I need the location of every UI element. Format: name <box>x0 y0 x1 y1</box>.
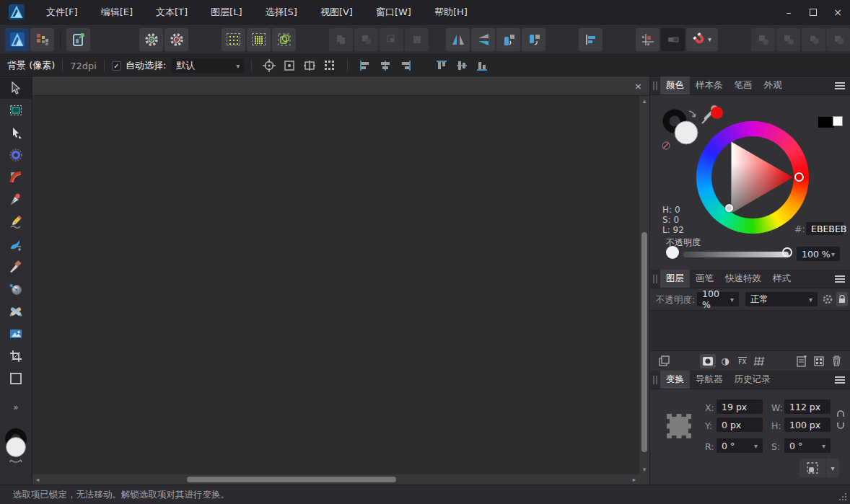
snap-grid-button-1[interactable] <box>222 28 245 51</box>
x-input[interactable]: 19 px <box>717 399 763 414</box>
scroll-left-arrow[interactable]: ◂ <box>32 474 43 485</box>
menu-select[interactable]: 选择[S] <box>253 0 308 25</box>
transparency-tool[interactable] <box>0 300 32 322</box>
tab-brushes[interactable]: 画笔 <box>690 270 719 288</box>
new-pixel-layer-button[interactable] <box>811 354 827 368</box>
document-close-button[interactable]: × <box>634 81 642 92</box>
auto-select-checkbox[interactable]: ✓ <box>112 61 121 71</box>
link-dimensions-icon[interactable] <box>836 410 845 430</box>
w-input[interactable]: 112 px <box>784 399 831 414</box>
pixel-alignment-gear-button[interactable] <box>139 28 163 51</box>
scroll-up-arrow[interactable]: ▴ <box>639 96 649 106</box>
scroll-down-arrow[interactable]: ▾ <box>639 464 649 474</box>
close-button[interactable]: × <box>825 0 850 25</box>
rotate-ccw-button[interactable] <box>496 28 520 51</box>
snapping-magnet-button[interactable]: ▾ <box>686 28 718 51</box>
selection-bounds-dropdown[interactable]: ▾ <box>826 459 839 477</box>
align-top-button[interactable] <box>432 58 451 74</box>
layers-list[interactable] <box>650 310 850 351</box>
lock-layer-button[interactable] <box>836 292 848 306</box>
delete-layer-button[interactable] <box>828 354 844 368</box>
vertical-scrollbar[interactable]: ▴ ▾ <box>639 96 649 474</box>
point-transform-tool[interactable] <box>0 143 32 166</box>
pixel-grid-button[interactable] <box>320 58 339 74</box>
align-bottom-button[interactable] <box>473 58 491 74</box>
document-canvas[interactable] <box>32 96 639 474</box>
auto-select-dropdown[interactable]: 默认 ▾ <box>172 58 244 73</box>
grid-manager-button[interactable] <box>636 28 660 51</box>
panel-menu-icon[interactable] <box>835 376 845 384</box>
opacity-end-knob[interactable] <box>782 247 792 257</box>
pencil-tool[interactable] <box>0 211 32 233</box>
tab-styles[interactable]: 样式 <box>767 270 797 288</box>
transform-separately-button[interactable] <box>300 58 319 74</box>
rotate-cw-button[interactable] <box>522 28 546 51</box>
menu-window[interactable]: 窗口[W] <box>364 0 423 25</box>
h-input[interactable]: 100 px <box>784 417 831 432</box>
align-right-button[interactable] <box>396 58 415 74</box>
alignment-button[interactable] <box>579 28 603 51</box>
blend-mode-dropdown[interactable]: 正常 ▾ <box>745 292 818 306</box>
scroll-right-arrow[interactable]: ▸ <box>629 474 639 485</box>
shear-dropdown[interactable]: 0 ° ▾ <box>784 438 831 453</box>
panel-menu-icon[interactable] <box>835 82 845 89</box>
selection-box-button[interactable] <box>280 58 299 74</box>
picked-color-swatch[interactable] <box>711 107 723 119</box>
node-tool[interactable] <box>0 121 32 143</box>
fill-stroke-color-well[interactable] <box>1 428 30 468</box>
move-tool[interactable] <box>0 76 32 99</box>
tools-overflow-button[interactable]: » <box>13 402 18 412</box>
move-whole-pixels-gear-button[interactable] <box>165 28 188 51</box>
opacity-value-field[interactable]: 100 % ▾ <box>797 247 840 261</box>
y-input[interactable]: 0 px <box>717 417 763 432</box>
snap-grid-button-2[interactable] <box>247 28 271 51</box>
panel-menu-icon[interactable] <box>835 275 845 283</box>
hue-selector[interactable] <box>794 172 804 182</box>
panel-drag-grip[interactable] <box>650 76 660 94</box>
tab-stroke[interactable]: 笔画 <box>729 76 758 94</box>
tab-quick-fx[interactable]: 快速特效 <box>719 270 767 288</box>
tab-color[interactable]: 颜色 <box>660 76 690 94</box>
tab-swatches[interactable]: 样本条 <box>690 76 729 94</box>
horizontal-scroll-thumb[interactable] <box>187 477 397 482</box>
tab-history[interactable]: 历史记录 <box>729 371 776 389</box>
panel-drag-grip[interactable] <box>650 371 660 389</box>
brush-tool[interactable] <box>0 233 32 255</box>
frame-tool[interactable] <box>0 99 32 121</box>
tab-layers[interactable]: 图层 <box>660 270 690 288</box>
panel-drag-grip[interactable] <box>650 270 660 288</box>
horizontal-scrollbar[interactable]: ◂ ▸ <box>32 474 649 485</box>
tab-transform[interactable]: 变换 <box>660 371 690 389</box>
anchor-point-selector[interactable] <box>665 411 693 441</box>
blend-options-gear-icon[interactable] <box>822 292 833 309</box>
menu-edit[interactable]: 编辑[E] <box>89 0 144 25</box>
shade-selector[interactable] <box>725 204 733 212</box>
selection-bounds-button[interactable] <box>799 459 825 477</box>
snap-shape-button[interactable] <box>272 28 296 51</box>
rotation-center-button[interactable] <box>260 58 279 74</box>
rotation-dropdown[interactable]: 0 ° ▾ <box>717 438 763 453</box>
layers-opacity-field[interactable]: 100 % ▾ <box>697 292 739 306</box>
maximize-button[interactable] <box>801 0 825 25</box>
flip-vertical-button[interactable] <box>471 28 495 51</box>
pixel-persona-button[interactable] <box>30 28 54 51</box>
align-middle-button[interactable] <box>452 58 471 74</box>
pen-tool[interactable] <box>0 188 32 211</box>
menu-layer[interactable]: 图层[L] <box>199 0 253 25</box>
flip-horizontal-button[interactable] <box>446 28 470 51</box>
layer-effects-button[interactable]: FX <box>735 354 750 368</box>
place-image-tool[interactable] <box>0 322 32 345</box>
hex-input[interactable]: EBEBEB <box>806 222 844 235</box>
opacity-slider[interactable] <box>683 252 789 257</box>
corner-tool[interactable] <box>0 166 32 188</box>
menu-help[interactable]: 帮助[H] <box>423 0 479 25</box>
shape-tool[interactable] <box>0 367 32 389</box>
live-filter-button[interactable] <box>752 354 768 368</box>
vertical-scroll-thumb[interactable] <box>641 232 647 452</box>
fill-stroke-selector[interactable] <box>659 105 704 151</box>
menu-file[interactable]: 文件[F] <box>35 0 89 25</box>
new-layer-button[interactable] <box>794 354 810 368</box>
menu-text[interactable]: 文本[T] <box>144 0 199 25</box>
fill-tool[interactable] <box>0 278 32 300</box>
export-persona-button[interactable] <box>66 28 90 51</box>
